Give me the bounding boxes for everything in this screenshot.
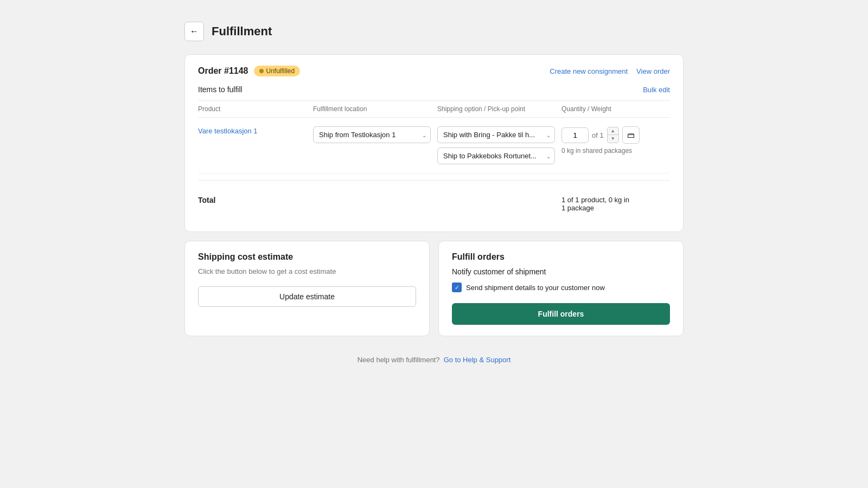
notify-checkbox-label: Send shipment details to your customer n… [466, 284, 605, 292]
help-support-link[interactable]: Go to Help & Support [444, 356, 511, 364]
order-header-left: Order #1148 Unfulfilled [198, 66, 300, 76]
bulk-edit-link[interactable]: Bulk edit [643, 86, 670, 94]
total-label: Total [198, 196, 307, 212]
notify-checkbox-row: ✓ Send shipment details to your customer… [452, 282, 670, 292]
status-badge: Unfulfilled [254, 66, 301, 76]
order-card: Order #1148 Unfulfilled Create new consi… [184, 54, 684, 232]
notify-label: Notify customer of shipment [452, 267, 670, 276]
order-header: Order #1148 Unfulfilled Create new consi… [198, 66, 670, 76]
shipping-cost-description: Click the button below to get a cost est… [198, 267, 416, 275]
fulfill-orders-title: Fulfill orders [452, 252, 670, 262]
back-button[interactable]: ← [184, 22, 204, 41]
notify-checkbox[interactable]: ✓ [452, 282, 462, 292]
col-product: Product [198, 105, 307, 113]
fulfillment-location-cell: Ship from Testlokasjon 1 ⌄ [313, 126, 431, 143]
quantity-row: of 1 ▲ ▼ 🗃 [561, 126, 670, 144]
ship-to-select-wrapper: Ship to Pakkeboks Rortunet... ⌄ [437, 147, 555, 164]
fulfillment-location-select[interactable]: Ship from Testlokasjon 1 [313, 126, 431, 143]
bottom-cards: Shipping cost estimate Click the button … [184, 241, 684, 345]
package-icon: 🗃 [627, 131, 635, 139]
col-fulfillment-location: Fulfillment location [313, 105, 431, 113]
shipping-options-cell: Ship with Bring - Pakke til h... ⌄ Ship … [437, 126, 555, 164]
col-shipping-option: Shipping option / Pick-up point [437, 105, 555, 113]
spinner-down-button[interactable]: ▼ [608, 135, 618, 143]
footer-help-text: Need help with fulfillment? [358, 356, 440, 364]
col-quantity-weight: Quantity / Weight [561, 105, 670, 113]
shipping-cost-card: Shipping cost estimate Click the button … [184, 241, 430, 336]
page-header: ← Fulfillment [184, 22, 684, 41]
fulfill-orders-button[interactable]: Fulfill orders [452, 303, 670, 325]
quantity-input[interactable] [561, 127, 589, 143]
shipping-option-select-wrapper: Ship with Bring - Pakke til h... ⌄ [437, 126, 555, 143]
quantity-cell: of 1 ▲ ▼ 🗃 0 kg in shared packages [561, 126, 670, 155]
total-row: Total 1 of 1 product, 0 kg in1 package [198, 187, 670, 221]
total-value: 1 of 1 product, 0 kg in1 package [561, 196, 670, 212]
fulfillment-location-select-wrapper: Ship from Testlokasjon 1 ⌄ [313, 126, 431, 143]
order-header-right: Create new consignment View order [550, 67, 670, 75]
kg-text: 0 kg in shared packages [561, 147, 670, 155]
of-text: of 1 [592, 131, 604, 139]
spinner-up-button[interactable]: ▲ [608, 127, 618, 135]
footer-help: Need help with fulfillment? Go to Help &… [184, 356, 684, 364]
table-header: Product Fulfillment location Shipping op… [198, 100, 670, 118]
fulfill-orders-card: Fulfill orders Notify customer of shipme… [438, 241, 684, 336]
product-cell: Vare testlokasjon 1 [198, 126, 307, 135]
package-icon-button[interactable]: 🗃 [622, 126, 640, 144]
badge-dot-icon [259, 69, 264, 73]
ship-to-select[interactable]: Ship to Pakkeboks Rortunet... [437, 147, 555, 164]
page-title: Fulfillment [212, 24, 272, 38]
quantity-spinner: ▲ ▼ [607, 127, 619, 143]
create-consignment-link[interactable]: Create new consignment [550, 67, 628, 75]
items-label: Items to fulfill [198, 85, 242, 94]
divider [198, 180, 670, 181]
update-estimate-button[interactable]: Update estimate [198, 286, 416, 307]
shipping-option-select[interactable]: Ship with Bring - Pakke til h... [437, 126, 555, 143]
table-row: Vare testlokasjon 1 Ship from Testlokasj… [198, 118, 670, 174]
order-number: Order #1148 [198, 66, 248, 76]
view-order-link[interactable]: View order [636, 67, 670, 75]
product-link[interactable]: Vare testlokasjon 1 [198, 127, 258, 135]
items-header: Items to fulfill Bulk edit [198, 85, 670, 94]
shipping-cost-title: Shipping cost estimate [198, 252, 416, 262]
